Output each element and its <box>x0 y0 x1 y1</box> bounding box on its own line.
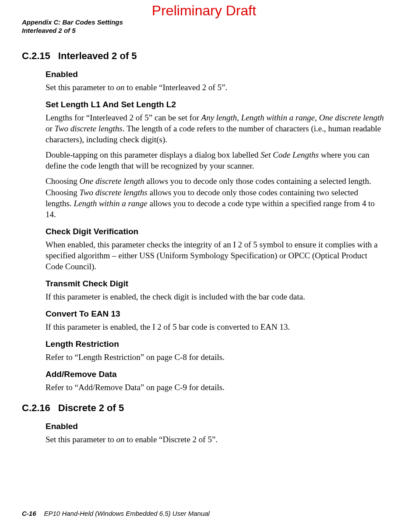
text-italic: Set Code Lengths <box>260 150 319 159</box>
paragraph: Lengths for “Interleaved 2 of 5” can be … <box>46 112 386 145</box>
page-footer: C-16EP10 Hand-Held (Windows Embedded 6.5… <box>22 510 210 517</box>
section-number: C.2.15 <box>22 50 50 62</box>
paragraph: When enabled, this parameter checks the … <box>46 239 386 272</box>
text-italic: on <box>116 435 124 444</box>
paragraph: Refer to “Add/Remove Data” on page C-9 f… <box>46 382 386 393</box>
section-heading-c-2-16: C.2.16Discrete 2 of 5 <box>22 402 386 414</box>
text-italic: One discrete length <box>319 113 384 122</box>
footer-title: EP10 Hand-Held (Windows Embedded 6.5) Us… <box>44 510 210 517</box>
text-italic: Two discrete lengths <box>80 188 148 197</box>
text: , <box>237 113 241 122</box>
running-head: Appendix C: Bar Codes Settings Interleav… <box>22 18 123 35</box>
paragraph: Set this parameter to on to enable “Inte… <box>46 82 386 93</box>
subheading-enabled: Enabled <box>46 422 386 431</box>
text: , <box>315 113 319 122</box>
section-body-c-2-15: Enabled Set this parameter to on to enab… <box>46 70 386 393</box>
paragraph: Choosing One discrete length allows you … <box>46 176 386 219</box>
section-title: Discrete 2 of 5 <box>58 402 124 413</box>
page: Preliminary Draft Appendix C: Bar Codes … <box>0 0 408 532</box>
text: or <box>46 124 55 133</box>
text: to enable “Discrete 2 of 5”. <box>124 435 218 444</box>
section-heading-c-2-15: C.2.15Interleaved 2 of 5 <box>22 50 386 62</box>
content: C.2.15Interleaved 2 of 5 Enabled Set thi… <box>22 50 386 449</box>
subheading-length-restriction: Length Restriction <box>46 339 386 349</box>
page-number: C-16 <box>22 510 36 517</box>
text-italic: Any length <box>201 113 237 122</box>
text: Choosing <box>46 176 80 186</box>
text-italic: Length within a range <box>241 113 315 122</box>
paragraph: If this parameter is enabled, the check … <box>46 291 386 302</box>
paragraph: Refer to “Length Restriction” on page C-… <box>46 352 386 363</box>
subheading-check-digit-verification: Check Digit Verification <box>46 227 386 236</box>
subheading-enabled: Enabled <box>46 70 386 79</box>
text: Set this parameter to <box>46 435 116 444</box>
paragraph: Set this parameter to on to enable “Disc… <box>46 434 386 445</box>
paragraph: If this parameter is enabled, the I 2 of… <box>46 321 386 332</box>
subheading-set-length: Set Length L1 And Set Length L2 <box>46 100 386 109</box>
subheading-transmit-check-digit: Transmit Check Digit <box>46 279 386 289</box>
text: to enable “Interleaved 2 of 5”. <box>124 83 227 92</box>
subheading-add-remove-data: Add/Remove Data <box>46 370 386 379</box>
text: Double-tapping on this parameter display… <box>46 150 260 159</box>
text-italic: on <box>116 83 124 92</box>
text: Set this parameter to <box>46 83 116 92</box>
text: Lengths for “Interleaved 2 of 5” can be … <box>46 113 201 122</box>
subheading-convert-to-ean13: Convert To EAN 13 <box>46 309 386 319</box>
text-italic: Length within a range <box>74 199 147 208</box>
text-italic: One discrete length <box>80 176 144 186</box>
paragraph: Double-tapping on this parameter display… <box>46 149 386 171</box>
running-head-line1: Appendix C: Bar Codes Settings <box>22 18 123 27</box>
text-italic: Two discrete lengths <box>55 124 123 133</box>
section-number: C.2.16 <box>22 402 50 414</box>
watermark-text: Preliminary Draft <box>0 3 408 19</box>
section-title: Interleaved 2 of 5 <box>58 50 137 61</box>
section-body-c-2-16: Enabled Set this parameter to on to enab… <box>46 422 386 445</box>
running-head-line2: Interleaved 2 of 5 <box>22 27 123 35</box>
